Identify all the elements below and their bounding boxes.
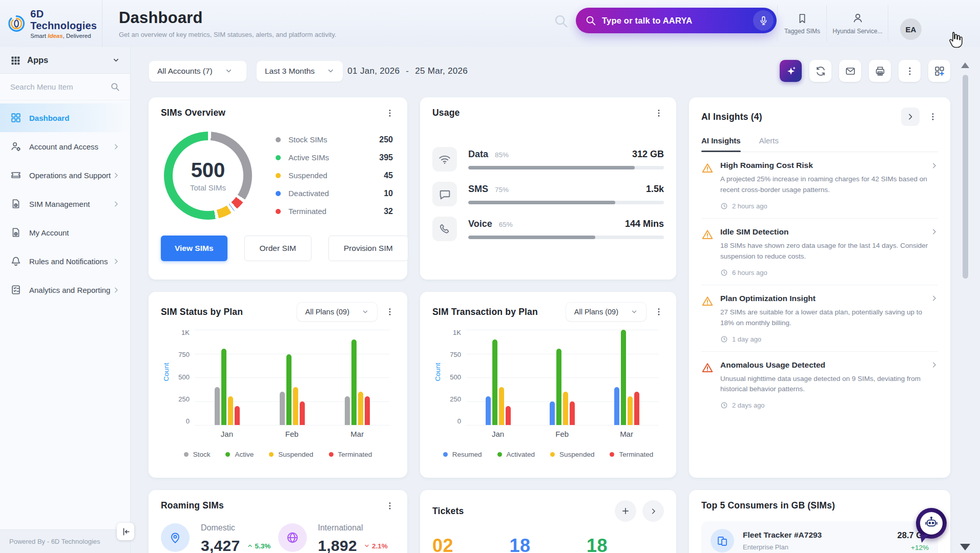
main-content: All Accounts (7) Last 3 Months 01 Jan, 2… — [131, 47, 980, 553]
sidebar-collapse-button[interactable] — [117, 523, 134, 540]
bar-activated-mar — [621, 330, 626, 425]
chevron-right-icon — [112, 286, 120, 294]
add-ticket-button[interactable] — [615, 500, 636, 522]
usage-row-data: Data 85% 312 GB — [432, 147, 664, 172]
sidebar-item-operations-and-support[interactable]: Operations and Support — [0, 161, 130, 189]
bar-suspended-feb — [563, 392, 568, 425]
date-end: 25 Mar, 2026 — [415, 66, 468, 76]
caret-down-icon — [631, 308, 638, 315]
tickets-card: Tickets 02 Open tickets 18 AI Raised 18 … — [420, 490, 676, 553]
sidebar-item-account-and-access[interactable]: Account and Access — [0, 132, 130, 161]
date-separator: - — [406, 66, 409, 76]
bar-terminated-feb — [300, 401, 305, 426]
apps-menu-toggle[interactable]: Apps — [0, 47, 130, 74]
aarya-search-bar[interactable]: Type or talk to AARYA — [576, 8, 777, 33]
chart-legend: Resumed Activated Suspended Terminated — [432, 451, 664, 458]
scrollbar-up-arrow[interactable] — [961, 62, 969, 68]
y-axis-label: Count — [162, 363, 170, 381]
sim-transaction-by-plan-card: SIM Transaction by Plan All Plans (09) C… — [420, 292, 676, 478]
roaming-domestic-stat: Domestic 3,427 5.3% — [161, 523, 278, 553]
card-title: SIM Status by Plan — [161, 307, 243, 317]
legend-dot — [276, 191, 281, 196]
sidebar-item-rules-and-notifications[interactable]: Rules and Notifications — [0, 247, 130, 275]
chevron-right-icon — [112, 143, 120, 151]
bar-plot — [466, 330, 659, 425]
card-menu-button[interactable] — [928, 112, 938, 121]
legend-dot — [276, 137, 281, 142]
card-menu-button[interactable] — [654, 307, 664, 316]
sidebar-item-label: Operations and Support — [29, 171, 111, 180]
card-title: Tickets — [432, 506, 464, 517]
sims-legend: Stock SIMs 250 Active SIMs 395 Suspended… — [276, 131, 393, 220]
print-button[interactable] — [869, 60, 891, 82]
refresh-icon — [815, 66, 826, 77]
card-menu-button[interactable] — [385, 109, 395, 118]
total-sims-label: Total SIMs — [190, 183, 226, 192]
consumer-list-item[interactable]: Fleet Tracker #A7293 Enterprise Plan 28.… — [701, 521, 938, 553]
sparkles-icon — [785, 65, 797, 77]
card-menu-button[interactable] — [385, 307, 395, 316]
tickets-expand-button[interactable] — [642, 500, 664, 522]
kebab-icon — [654, 307, 663, 316]
provision-sim-button[interactable]: Provision SIM — [328, 236, 408, 261]
plans-select[interactable]: All Plans (09) — [566, 302, 647, 322]
user-icon — [852, 12, 864, 24]
refresh-button[interactable] — [809, 60, 831, 82]
robot-icon — [920, 512, 943, 535]
menu-search-input[interactable]: Search Menu Item — [0, 74, 130, 100]
mic-button[interactable] — [753, 10, 774, 31]
view-sims-button[interactable]: View SIMs — [161, 236, 227, 261]
bar-group-jan — [215, 330, 240, 425]
email-button[interactable] — [839, 60, 861, 82]
bar-group-mar — [345, 330, 370, 425]
chevron-right-icon — [112, 258, 120, 265]
plans-select[interactable]: All Plans (09) — [297, 302, 378, 322]
tab-alerts[interactable]: Alerts — [759, 136, 779, 152]
ticket-icon — [10, 169, 22, 181]
card-menu-button[interactable] — [385, 501, 395, 511]
add-widget-button[interactable] — [928, 60, 950, 82]
legend-dot — [276, 209, 281, 214]
insights-expand-button[interactable] — [901, 108, 920, 126]
scrollbar-down-arrow[interactable] — [960, 544, 970, 550]
y-axis-ticks: 1K 750 500 250 0 — [178, 330, 190, 425]
x-axis-labels: Jan Feb Mar — [195, 430, 390, 438]
card-menu-button[interactable] — [654, 109, 664, 118]
more-options-button[interactable] — [899, 60, 921, 82]
chevron-right-icon — [650, 507, 657, 515]
accounts-select[interactable]: All Accounts (7) — [149, 60, 247, 82]
ai-assist-button[interactable] — [780, 60, 802, 82]
account-menu-button[interactable]: Hyundai Service... — [827, 0, 888, 47]
order-sim-button[interactable]: Order SIM — [244, 236, 311, 261]
tagged-sims-button[interactable]: Tagged SIMs — [778, 0, 826, 47]
caret-down-icon — [362, 308, 369, 315]
bookmark-icon — [797, 13, 808, 24]
card-title: SIMs Overview — [161, 108, 225, 118]
sidebar-footer: Powered By - 6D Technologies — [0, 529, 130, 553]
date-start: 01 Jan, 2026 — [347, 66, 400, 76]
apps-label: Apps — [27, 55, 112, 65]
insight-item: Idle SIM Detection 18 SIMs have shown ze… — [701, 219, 938, 285]
brand-tagline: Smart Ideas, Delivered — [30, 33, 102, 39]
sidebar-item-my-account[interactable]: My Account — [0, 218, 130, 247]
chevron-right-icon — [930, 294, 938, 302]
header-divider — [777, 5, 778, 42]
sidebar-item-analytics-and-reporting[interactable]: Analytics and Reporting — [0, 275, 130, 304]
sidebar-item-label: Rules and Notifications — [29, 257, 108, 266]
roaming-sims-card: Roaming SIMs Domestic 3,427 5.3% — [149, 490, 407, 553]
scrollbar-thumb[interactable] — [963, 75, 968, 279]
sims-donut-chart: 500 Total SIMs — [164, 132, 252, 220]
bar-terminated-mar — [634, 392, 639, 425]
bar-group-mar — [614, 330, 639, 425]
avatar[interactable]: EA — [900, 18, 922, 40]
wifi-icon — [432, 147, 457, 172]
period-select[interactable]: Last 3 Months — [256, 60, 343, 82]
bar-resumed-mar — [614, 387, 619, 425]
tab-ai-insights[interactable]: AI Insights — [701, 136, 741, 152]
chatbot-launcher[interactable] — [916, 508, 947, 539]
mail-icon — [845, 66, 856, 77]
date-range: 01 Jan, 2026 - 25 Mar, 2026 — [347, 66, 468, 76]
sidebar-item-dashboard[interactable]: Dashboard — [0, 103, 130, 132]
sidebar-item-sim-management[interactable]: SIM Management — [0, 189, 130, 218]
period-select-value: Last 3 Months — [265, 67, 315, 76]
